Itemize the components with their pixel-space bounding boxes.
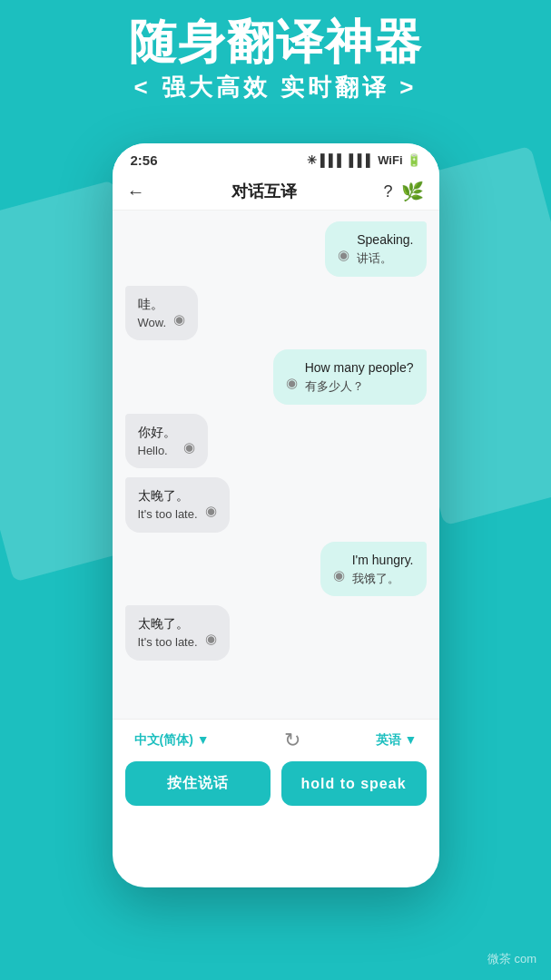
message-bubble: 你好。Hello.◉: [125, 414, 208, 469]
message-bubble: How many people?有多少人？◉: [273, 349, 427, 405]
status-bar: 2:56 ✳ ▌▌▌ ▌▌▌ WiFi 🔋: [113, 143, 439, 173]
bubble-secondary-text: It's too late.: [138, 633, 198, 652]
speaker-icon[interactable]: ◉: [173, 309, 185, 330]
phone-mockup: 2:56 ✳ ▌▌▌ ▌▌▌ WiFi 🔋 ← 对话互译 ? 🌿 Speakin…: [113, 143, 439, 887]
right-speak-button[interactable]: hold to speak: [281, 761, 427, 806]
bubble-primary-text: 太晚了。: [138, 486, 198, 505]
message-row: I'm hungry.我饿了。◉: [125, 542, 427, 597]
nav-title: 对话互译: [231, 181, 297, 202]
bubble-secondary-text: 讲话。: [357, 250, 413, 268]
bubble-text: Speaking.讲话。: [357, 230, 413, 268]
nav-icons: ? 🌿: [383, 181, 424, 202]
message-bubble: 太晚了。It's too late.◉: [125, 605, 230, 661]
message-bubble: I'm hungry.我饿了。◉: [320, 542, 427, 597]
signal-icon2: ▌▌▌: [349, 153, 375, 167]
bubble-secondary-text: It's too late.: [138, 505, 198, 524]
help-icon[interactable]: ?: [383, 182, 392, 201]
translate-icon[interactable]: 🌿: [401, 181, 424, 202]
message-row: Speaking.讲话。◉: [125, 221, 427, 277]
status-time: 2:56: [131, 152, 158, 168]
message-row: 太晚了。It's too late.◉: [125, 605, 427, 661]
bubble-text: 哇。Wow.: [138, 295, 167, 332]
battery-icon: 🔋: [407, 153, 421, 167]
bubble-text: 你好。Hello.: [138, 423, 176, 460]
bluetooth-icon: ✳: [307, 153, 317, 167]
message-bubble: Speaking.讲话。◉: [325, 221, 426, 277]
bubble-text: I'm hungry.我饿了。: [352, 551, 414, 588]
bubble-text: How many people?有多少人？: [305, 358, 414, 396]
swap-button[interactable]: ↻: [284, 729, 300, 752]
app-subtitle: < 强大高效 实时翻译 >: [0, 72, 551, 103]
bubble-primary-text: Speaking.: [357, 230, 413, 250]
left-speak-button[interactable]: 按住说话: [125, 761, 271, 806]
speaker-icon[interactable]: ◉: [338, 245, 349, 266]
bubble-text: 太晚了。It's too late.: [138, 614, 198, 652]
nav-bar: ← 对话互译 ? 🌿: [113, 173, 439, 211]
bubble-secondary-text: Wow.: [138, 314, 167, 332]
bubble-primary-text: I'm hungry.: [352, 551, 414, 570]
bubble-secondary-text: Hello.: [138, 442, 176, 460]
back-button[interactable]: ←: [127, 181, 145, 202]
bottom-controls: 中文(简体) ▼ ↻ 英语 ▼ 按住说话 hold to speak: [113, 719, 439, 813]
status-icons: ✳ ▌▌▌ ▌▌▌ WiFi 🔋: [307, 153, 421, 167]
message-row: How many people?有多少人？◉: [125, 349, 427, 405]
right-lang-button[interactable]: 英语 ▼: [376, 732, 418, 749]
lang-selector: 中文(简体) ▼ ↻ 英语 ▼: [125, 729, 427, 752]
message-row: 哇。Wow.◉: [125, 286, 427, 341]
app-title: 随身翻译神器: [0, 16, 551, 68]
speaker-icon[interactable]: ◉: [183, 437, 195, 458]
speaker-icon[interactable]: ◉: [286, 373, 298, 394]
bubble-primary-text: 太晚了。: [138, 614, 198, 633]
bubble-text: 太晚了。It's too late.: [138, 486, 198, 524]
speaker-icon[interactable]: ◉: [333, 565, 345, 586]
watermark: 微茶 com: [487, 951, 536, 967]
left-lang-button[interactable]: 中文(简体) ▼: [134, 732, 210, 749]
speak-buttons: 按住说话 hold to speak: [125, 761, 427, 806]
message-bubble: 太晚了。It's too late.◉: [125, 477, 230, 533]
speaker-icon[interactable]: ◉: [205, 501, 217, 522]
speaker-icon[interactable]: ◉: [205, 629, 217, 650]
message-row: 你好。Hello.◉: [125, 414, 427, 469]
bubble-primary-text: 哇。: [138, 295, 167, 314]
bubble-secondary-text: 有多少人？: [305, 377, 414, 396]
wifi-icon: WiFi: [378, 153, 402, 167]
top-header: 随身翻译神器 < 强大高效 实时翻译 >: [0, 16, 551, 103]
bubble-primary-text: How many people?: [305, 358, 414, 377]
bubble-secondary-text: 我饿了。: [352, 570, 414, 588]
bubble-primary-text: 你好。: [138, 423, 176, 442]
message-row: 太晚了。It's too late.◉: [125, 477, 427, 533]
chat-area: Speaking.讲话。◉哇。Wow.◉How many people?有多少人…: [113, 211, 439, 719]
signal-icon: ▌▌▌: [320, 153, 346, 167]
message-bubble: 哇。Wow.◉: [125, 286, 199, 341]
